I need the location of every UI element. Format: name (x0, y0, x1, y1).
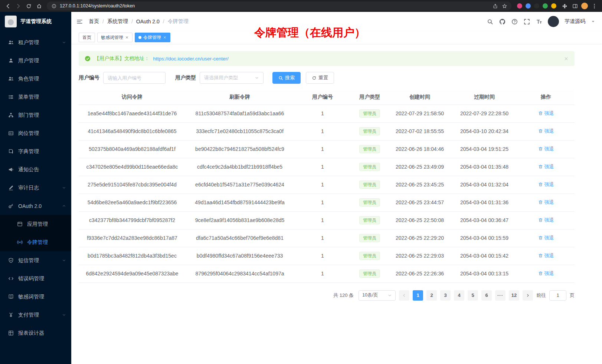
force-logout-button[interactable]: 强退 (538, 235, 554, 241)
sidebar-item[interactable]: 角色管理 (0, 70, 71, 88)
tab[interactable]: 令牌管理 (135, 33, 170, 42)
force-logout-button[interactable]: 强退 (538, 146, 554, 152)
split-tab-icon[interactable] (571, 2, 579, 10)
search-icon[interactable] (487, 19, 493, 25)
force-logout-button[interactable]: 强退 (538, 252, 554, 259)
page-button[interactable]: 6 (481, 290, 492, 301)
sidebar-item[interactable]: 用户管理 (0, 52, 71, 70)
sidebar-item[interactable]: 通知公告 (0, 161, 71, 179)
sidebar-item[interactable]: OAuth 2.0 (0, 197, 71, 215)
page-button[interactable]: 5 (468, 290, 478, 301)
font-size-icon[interactable] (536, 19, 542, 25)
topbar-icons (487, 19, 542, 25)
sidebar-item[interactable]: 租户管理 (0, 33, 71, 52)
sidebar-item[interactable]: 支付管理 (0, 306, 71, 324)
star-icon[interactable] (501, 3, 508, 9)
sidebar-item[interactable]: 令牌管理 (0, 233, 71, 251)
tab[interactable]: 首页 (79, 33, 95, 42)
username[interactable]: 芋道源码 (565, 18, 585, 25)
book-icon (7, 149, 14, 154)
page-button[interactable]: 2 (426, 290, 437, 301)
user-type-placeholder: 请选择用户类型 (204, 75, 238, 81)
github-icon[interactable] (499, 19, 506, 25)
sidebar-item[interactable]: 错误码管理 (0, 269, 71, 288)
sidebar-item[interactable]: 岗位管理 (0, 124, 71, 142)
extension-icon[interactable] (543, 3, 548, 9)
fullscreen-icon[interactable] (524, 19, 530, 25)
sidebar-item[interactable]: 字典管理 (0, 142, 71, 161)
force-logout-button[interactable]: 强退 (538, 217, 554, 224)
extension-icon[interactable] (526, 3, 531, 9)
sidebar-item[interactable]: 菜单管理 (0, 88, 71, 106)
chevron-down-icon (62, 258, 66, 262)
browser-profile-avatar[interactable] (581, 3, 588, 9)
sidebar-item[interactable]: 短信管理 (0, 251, 71, 269)
success-alert: 【用户体系】文档地址： https://doc.iocoder.cn/user-… (79, 51, 575, 66)
access-token-cell: c342377bf8b344799dcbf7bf095287f2 (79, 211, 186, 229)
force-logout-button[interactable]: 强退 (538, 128, 554, 135)
help-icon[interactable] (511, 19, 518, 25)
reset-button[interactable]: 重置 (306, 72, 334, 84)
breadcrumb-separator: / (163, 19, 164, 24)
prev-page-button[interactable] (399, 290, 409, 301)
back-icon[interactable] (4, 2, 12, 10)
edit-icon (7, 185, 14, 191)
page-size-select[interactable]: 10条/页 (359, 290, 396, 301)
force-logout-button[interactable]: 强退 (538, 163, 554, 170)
refresh-token-cell: be90422b8c7946218275a508bf524fc9 (186, 140, 294, 158)
user-type-tag: 管理员 (359, 127, 380, 135)
search-button[interactable]: 搜索 (272, 72, 301, 84)
info-icon[interactable] (50, 3, 57, 9)
next-page-button[interactable] (523, 290, 533, 301)
sidebar-item[interactable]: 部门管理 (0, 106, 71, 124)
force-logout-label: 强退 (544, 270, 554, 277)
user-avatar[interactable] (548, 16, 559, 27)
extension-icon[interactable] (551, 3, 556, 9)
page-button[interactable]: 3 (440, 290, 451, 301)
user-type-tag: 管理员 (359, 252, 380, 260)
more-pages-button[interactable]: ··· (495, 290, 506, 301)
address-bar[interactable]: 127.0.0.1:1024/system/oauth2/token (47, 1, 511, 10)
refresh-token-cell: 333ecfc71e02480cb11055c875c3ca0f (186, 122, 294, 140)
sidebar-item[interactable]: 审计日志 (0, 179, 71, 197)
share-icon[interactable] (492, 3, 498, 9)
force-logout-button[interactable]: 强退 (538, 110, 554, 117)
more-vert-icon[interactable] (590, 2, 598, 10)
sidebar-item[interactable]: 应用管理 (0, 215, 71, 233)
breadcrumb-item[interactable]: 系统管理 (107, 18, 128, 25)
hamburger-icon[interactable] (76, 19, 83, 25)
user-type-tag: 管理员 (359, 109, 380, 118)
user-type-select[interactable]: 请选择用户类型 (200, 72, 264, 84)
breadcrumb-item[interactable]: 首页 (89, 18, 99, 25)
force-logout-label: 强退 (544, 181, 554, 188)
sidebar-item[interactable]: 报表设计器 (0, 324, 71, 342)
breadcrumb-item[interactable]: OAuth 2.0 (136, 19, 160, 24)
close-icon[interactable] (125, 36, 129, 39)
user-id-input[interactable] (103, 72, 166, 84)
sidebar-item[interactable]: 敏感词管理 (0, 288, 71, 306)
puzzle-icon[interactable] (560, 2, 569, 10)
forward-icon[interactable] (14, 2, 22, 10)
column-header: 访问令牌 (79, 90, 186, 105)
goto-page-input[interactable] (549, 290, 566, 301)
close-icon[interactable] (564, 56, 569, 61)
expires-cell: 2054-03-04 01:31:36 (451, 193, 517, 211)
force-logout-button[interactable]: 强退 (538, 181, 554, 188)
home-icon[interactable] (35, 2, 43, 10)
app-logo[interactable]: 芋道管理系统 (0, 12, 71, 31)
access-token-cell: 275e5de9151045fe87cbdc395e004f4d (79, 176, 186, 193)
force-logout-button[interactable]: 强退 (538, 270, 554, 277)
close-icon[interactable] (163, 36, 167, 39)
force-logout-button[interactable]: 强退 (538, 199, 554, 206)
tab-label: 令牌管理 (143, 34, 161, 41)
extension-icon[interactable] (517, 3, 522, 9)
tab[interactable]: 敏感词管理 (97, 33, 132, 42)
page-button[interactable]: 12 (509, 290, 519, 301)
reload-icon[interactable] (24, 2, 33, 10)
page-button[interactable]: 4 (454, 290, 464, 301)
page-button[interactable]: 1 (413, 290, 423, 301)
breadcrumb-item[interactable]: 令牌管理 (168, 18, 189, 25)
caret-down-icon[interactable] (591, 19, 595, 24)
alert-link[interactable]: https://doc.iocoder.cn/user-center/ (153, 56, 229, 62)
extension-icon[interactable] (534, 3, 539, 9)
